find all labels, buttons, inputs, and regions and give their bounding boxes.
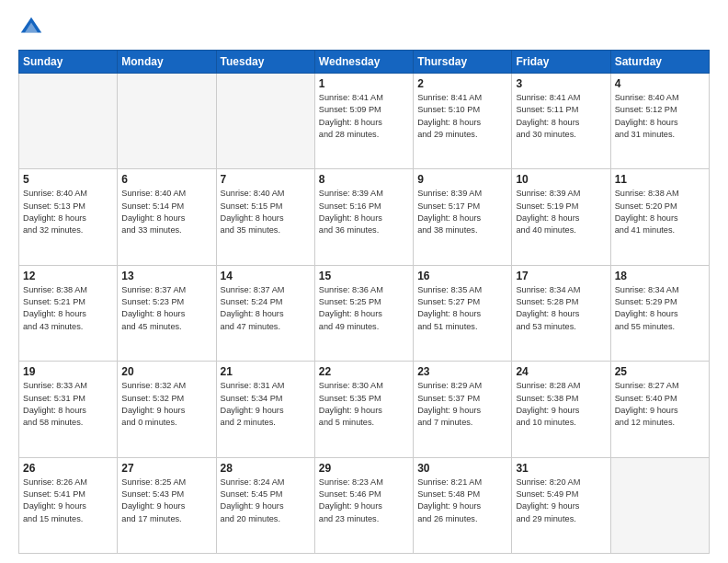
day-number: 8 [319,173,409,186]
day-cell: 1Sunrise: 8:41 AM Sunset: 5:09 PM Daylig… [314,74,413,169]
day-cell: 20Sunrise: 8:32 AM Sunset: 5:32 PM Dayli… [118,362,216,457]
day-info: Sunrise: 8:32 AM Sunset: 5:32 PM Dayligh… [121,380,211,429]
day-cell [216,74,314,169]
day-info: Sunrise: 8:37 AM Sunset: 5:23 PM Dayligh… [121,284,211,333]
day-info: Sunrise: 8:34 AM Sunset: 5:28 PM Dayligh… [516,284,606,333]
week-row-2: 12Sunrise: 8:38 AM Sunset: 5:21 PM Dayli… [19,265,710,361]
day-number: 5 [23,173,113,186]
day-cell: 7Sunrise: 8:40 AM Sunset: 5:15 PM Daylig… [216,169,314,265]
day-number: 4 [615,77,705,90]
day-cell: 27Sunrise: 8:25 AM Sunset: 5:43 PM Dayli… [118,457,216,553]
day-cell: 17Sunrise: 8:34 AM Sunset: 5:28 PM Dayli… [512,265,610,361]
day-info: Sunrise: 8:28 AM Sunset: 5:38 PM Dayligh… [516,380,606,429]
day-number: 2 [417,77,507,90]
day-info: Sunrise: 8:40 AM Sunset: 5:13 PM Dayligh… [23,188,113,236]
day-number: 28 [221,462,311,475]
day-cell: 31Sunrise: 8:20 AM Sunset: 5:49 PM Dayli… [512,457,610,553]
week-row-3: 19Sunrise: 8:33 AM Sunset: 5:31 PM Dayli… [19,362,710,457]
day-info: Sunrise: 8:25 AM Sunset: 5:43 PM Dayligh… [121,477,211,525]
day-cell: 6Sunrise: 8:40 AM Sunset: 5:14 PM Daylig… [118,169,216,265]
day-number: 22 [319,365,409,378]
day-info: Sunrise: 8:41 AM Sunset: 5:11 PM Dayligh… [516,92,606,141]
day-info: Sunrise: 8:36 AM Sunset: 5:25 PM Dayligh… [319,284,409,333]
day-cell: 26Sunrise: 8:26 AM Sunset: 5:41 PM Dayli… [19,457,118,553]
day-number: 13 [121,270,211,282]
day-number: 6 [121,173,211,186]
day-info: Sunrise: 8:29 AM Sunset: 5:37 PM Dayligh… [417,380,507,429]
day-info: Sunrise: 8:26 AM Sunset: 5:41 PM Dayligh… [23,477,113,525]
day-info: Sunrise: 8:20 AM Sunset: 5:49 PM Dayligh… [516,477,606,525]
logo [18,15,48,40]
day-number: 27 [121,462,211,475]
header [18,15,710,40]
day-cell: 25Sunrise: 8:27 AM Sunset: 5:40 PM Dayli… [610,362,709,457]
day-info: Sunrise: 8:39 AM Sunset: 5:17 PM Dayligh… [417,188,507,236]
weekday-header-row: SundayMondayTuesdayWednesdayThursdayFrid… [19,51,710,74]
weekday-header-saturday: Saturday [610,51,709,74]
day-cell [610,457,709,553]
day-info: Sunrise: 8:40 AM Sunset: 5:12 PM Dayligh… [615,92,705,141]
day-cell: 18Sunrise: 8:34 AM Sunset: 5:29 PM Dayli… [610,265,709,361]
logo-icon [18,15,44,40]
day-info: Sunrise: 8:38 AM Sunset: 5:21 PM Dayligh… [23,284,113,333]
weekday-header-tuesday: Tuesday [216,51,314,74]
day-cell: 10Sunrise: 8:39 AM Sunset: 5:19 PM Dayli… [512,169,610,265]
day-number: 18 [615,270,705,282]
day-number: 30 [417,462,507,475]
day-number: 17 [516,270,606,282]
day-info: Sunrise: 8:37 AM Sunset: 5:24 PM Dayligh… [221,284,311,333]
day-number: 21 [221,365,311,378]
weekday-header-friday: Friday [512,51,610,74]
day-info: Sunrise: 8:23 AM Sunset: 5:46 PM Dayligh… [319,477,409,525]
day-info: Sunrise: 8:33 AM Sunset: 5:31 PM Dayligh… [23,380,113,429]
day-number: 1 [319,77,409,90]
day-number: 24 [516,365,606,378]
day-info: Sunrise: 8:27 AM Sunset: 5:40 PM Dayligh… [615,380,705,429]
day-info: Sunrise: 8:41 AM Sunset: 5:09 PM Dayligh… [319,92,409,141]
weekday-header-wednesday: Wednesday [314,51,413,74]
day-cell: 28Sunrise: 8:24 AM Sunset: 5:45 PM Dayli… [216,457,314,553]
week-row-4: 26Sunrise: 8:26 AM Sunset: 5:41 PM Dayli… [19,457,710,553]
day-cell: 22Sunrise: 8:30 AM Sunset: 5:35 PM Dayli… [314,362,413,457]
day-cell: 3Sunrise: 8:41 AM Sunset: 5:11 PM Daylig… [512,74,610,169]
day-cell: 14Sunrise: 8:37 AM Sunset: 5:24 PM Dayli… [216,265,314,361]
week-row-1: 5Sunrise: 8:40 AM Sunset: 5:13 PM Daylig… [19,169,710,265]
day-cell: 19Sunrise: 8:33 AM Sunset: 5:31 PM Dayli… [19,362,118,457]
day-number: 11 [615,173,705,186]
day-number: 25 [615,365,705,378]
week-row-0: 1Sunrise: 8:41 AM Sunset: 5:09 PM Daylig… [19,74,710,169]
day-info: Sunrise: 8:40 AM Sunset: 5:15 PM Dayligh… [221,188,311,236]
day-cell: 11Sunrise: 8:38 AM Sunset: 5:20 PM Dayli… [610,169,709,265]
day-number: 10 [516,173,606,186]
day-number: 9 [417,173,507,186]
day-cell: 12Sunrise: 8:38 AM Sunset: 5:21 PM Dayli… [19,265,118,361]
day-number: 15 [319,270,409,282]
day-info: Sunrise: 8:31 AM Sunset: 5:34 PM Dayligh… [221,380,311,429]
day-cell: 4Sunrise: 8:40 AM Sunset: 5:12 PM Daylig… [610,74,709,169]
day-cell: 15Sunrise: 8:36 AM Sunset: 5:25 PM Dayli… [314,265,413,361]
day-number: 31 [516,462,606,475]
day-number: 3 [516,77,606,90]
day-cell: 2Sunrise: 8:41 AM Sunset: 5:10 PM Daylig… [414,74,512,169]
day-number: 14 [221,270,311,282]
day-info: Sunrise: 8:30 AM Sunset: 5:35 PM Dayligh… [319,380,409,429]
day-info: Sunrise: 8:24 AM Sunset: 5:45 PM Dayligh… [221,477,311,525]
day-cell [19,74,118,169]
day-info: Sunrise: 8:41 AM Sunset: 5:10 PM Dayligh… [417,92,507,141]
calendar-table: SundayMondayTuesdayWednesdayThursdayFrid… [18,50,710,554]
day-number: 23 [417,365,507,378]
day-number: 19 [23,365,113,378]
day-cell [118,74,216,169]
day-number: 20 [121,365,211,378]
day-cell: 21Sunrise: 8:31 AM Sunset: 5:34 PM Dayli… [216,362,314,457]
day-info: Sunrise: 8:34 AM Sunset: 5:29 PM Dayligh… [615,284,705,333]
day-cell: 9Sunrise: 8:39 AM Sunset: 5:17 PM Daylig… [414,169,512,265]
day-info: Sunrise: 8:40 AM Sunset: 5:14 PM Dayligh… [121,188,211,236]
day-cell: 23Sunrise: 8:29 AM Sunset: 5:37 PM Dayli… [414,362,512,457]
day-info: Sunrise: 8:38 AM Sunset: 5:20 PM Dayligh… [615,188,705,236]
day-info: Sunrise: 8:39 AM Sunset: 5:19 PM Dayligh… [516,188,606,236]
day-cell: 30Sunrise: 8:21 AM Sunset: 5:48 PM Dayli… [414,457,512,553]
weekday-header-thursday: Thursday [414,51,512,74]
page: SundayMondayTuesdayWednesdayThursdayFrid… [0,0,728,563]
day-cell: 13Sunrise: 8:37 AM Sunset: 5:23 PM Dayli… [118,265,216,361]
